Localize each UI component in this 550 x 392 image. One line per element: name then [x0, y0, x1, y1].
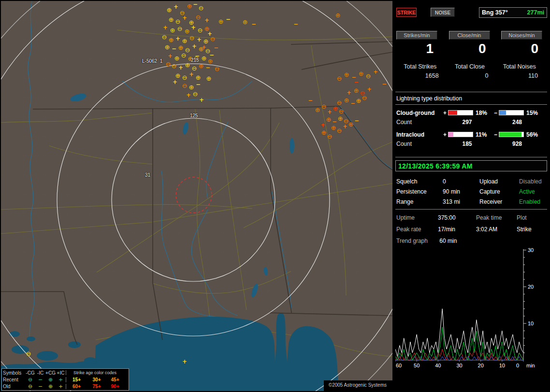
trend-series-green	[395, 327, 523, 360]
upload-label: Upload	[479, 178, 519, 185]
persistence-label: Persistence	[396, 188, 443, 195]
cg-neg-pct: 15%	[524, 110, 542, 116]
svg-text:30: 30	[456, 363, 462, 368]
divider	[395, 92, 547, 92]
peak-rate-value: 17/min	[438, 226, 476, 233]
distribution-row: Cloud-ground + 18% − 15% Count 297 248	[395, 108, 547, 126]
svg-text:50: 50	[414, 363, 420, 368]
bearing-distance: 277mi	[527, 9, 544, 16]
ic-neg-pct: 56%	[524, 131, 542, 138]
nexstorm-window: ⊕+⊖⊕−⊖⊕⊖+⊕⊖++⊕⊖⊕+⊖⊕⊖⊕+⊕⊖+⊕⊖⊕−⊕⊖+⊕⊖−+⊕⊖⊕−…	[0, 0, 550, 392]
legend-row: Old ⊖ − ⊕ + 60+ 75+ 90+	[3, 383, 128, 390]
total-close-value: 0	[445, 72, 495, 79]
totals-row: Total Strikes 1658 Total Close 0 Total N…	[395, 63, 547, 79]
cg-pos-pct: 18%	[473, 110, 492, 116]
trend-graph-label: Trend graph	[396, 238, 428, 244]
trend-header: Trend graph 60 min	[396, 238, 547, 244]
receiver-label: Receiver	[479, 198, 519, 205]
trend-chart: 1020306050403020100min	[395, 248, 547, 372]
ic-neg-symbol-icon: −	[35, 377, 45, 383]
minus-sign: −	[492, 131, 499, 138]
plot-value: Strike	[517, 226, 547, 233]
legend-col-cg-neg: -CG	[25, 370, 35, 376]
distribution-row: Intracloud + 11% − 56% Count 185 928	[395, 130, 547, 148]
noises-per-min-value: 0	[501, 41, 542, 57]
divider	[395, 104, 547, 105]
datetime-display: 12/13/2025 6:39:59 AM	[395, 160, 547, 171]
trend-series-blue	[395, 356, 523, 360]
map-surface[interactable]: ⊕+⊖⊕−⊖⊕⊖+⊕⊖++⊕⊖⊕+⊖⊕⊖⊕+⊕⊖+⊕⊖⊕−⊕⊖+⊕⊖−+⊕⊖⊕−…	[1, 1, 392, 391]
svg-text:0: 0	[516, 363, 519, 368]
capture-status: Active	[519, 188, 547, 195]
strikes-per-min-value: 1	[396, 41, 437, 57]
trend-window-value: 60 min	[439, 238, 457, 244]
persistence-value: 90 min	[443, 188, 479, 195]
cg-pos-symbol-icon: ⊕	[45, 377, 56, 383]
range-label: Range	[396, 198, 443, 205]
svg-text:30: 30	[528, 248, 534, 253]
noise-mode-button[interactable]: NOISE	[431, 8, 455, 17]
cg-neg-bar	[499, 110, 524, 115]
ic-pos-count: 185	[442, 140, 492, 147]
cg-pos-symbol-icon: ⊕	[45, 383, 56, 390]
plus-sign: +	[442, 131, 448, 138]
age-code: 45+	[106, 377, 124, 382]
copyright-text: ©2005 Astrogenic Systems	[324, 380, 392, 391]
svg-text:10: 10	[528, 321, 534, 326]
range-value: 313 mi	[443, 198, 479, 205]
trend-series-white	[395, 309, 523, 357]
legend-col-cg-pos: +CG	[45, 370, 56, 376]
uptime-label: Uptime	[396, 214, 438, 221]
count-label: Count	[396, 140, 442, 147]
mode-bar: STRIKE NOISE Bng 357° 277mi	[395, 7, 547, 18]
svg-text:20: 20	[528, 284, 534, 290]
peak-time-value: 3:02 AM	[476, 226, 517, 233]
ic-pos-bar	[448, 132, 473, 137]
cg-neg-count: 248	[492, 119, 542, 126]
legend-row-label: Recent	[3, 377, 25, 382]
strike-mode-button[interactable]: STRIKE	[396, 8, 417, 17]
legend-row-label: Old	[3, 384, 25, 389]
map-svg	[1, 1, 392, 391]
age-code: 30+	[87, 377, 106, 382]
age-code: 90+	[106, 384, 124, 389]
trend-chart-svg: 1020306050403020100min	[395, 248, 547, 371]
strike-legend: Symbols -CG -IC +CG +IC Strike age color…	[1, 368, 129, 391]
age-code: 60+	[66, 384, 87, 389]
status-table: Squelch 0 Upload Disabled Persistence 90…	[396, 178, 547, 205]
total-noises-value: 110	[494, 72, 544, 79]
strikes-per-min-button[interactable]: Strikes/min	[396, 31, 437, 40]
total-close-label: Total Close	[445, 63, 495, 70]
noises-per-min-button[interactable]: Noises/min	[501, 31, 542, 40]
trend-series-red	[395, 349, 523, 360]
ic-neg-count: 928	[492, 140, 542, 147]
total-noises-label: Total Noises	[494, 63, 544, 70]
age-code: 15+	[66, 377, 87, 382]
legend-age-title: Strike age color codes	[66, 370, 124, 375]
ic-pos-symbol-icon: +	[56, 377, 66, 383]
total-strikes-value: 1658	[395, 72, 445, 79]
cg-pos-count: 297	[442, 119, 492, 126]
squelch-value: 0	[443, 178, 479, 185]
legend-col-ic-pos: +IC	[56, 370, 66, 376]
cg-neg-symbol-icon: ⊖	[25, 377, 35, 383]
cloud-ground-label: Cloud-ground	[396, 110, 442, 116]
legend-col-ic-neg: -IC	[35, 370, 45, 376]
count-label: Count	[396, 119, 442, 126]
cg-pos-bar	[448, 110, 473, 115]
close-per-min-button[interactable]: Close/min	[449, 31, 490, 40]
session-table: Uptime 375:00 Peak time Plot Peak rate 1…	[396, 214, 547, 233]
divider	[395, 157, 547, 157]
peak-time-label: Peak time	[476, 214, 517, 221]
bearing-readout: Bng 357° 277mi	[479, 7, 547, 18]
rates-row: Strikes/min 1 Close/min 0 Noises/min 0	[395, 31, 547, 57]
legend-header: Symbols -CG -IC +CG +IC Strike age color…	[3, 369, 128, 376]
ic-neg-bar	[499, 132, 524, 137]
peak-rate-label: Peak rate	[396, 226, 438, 233]
squelch-label: Squelch	[396, 178, 443, 185]
svg-text:10: 10	[499, 363, 505, 368]
plus-sign: +	[442, 110, 448, 116]
ic-pos-pct: 11%	[473, 131, 492, 138]
intracloud-label: Intracloud	[396, 131, 442, 138]
svg-text:40: 40	[435, 363, 441, 368]
